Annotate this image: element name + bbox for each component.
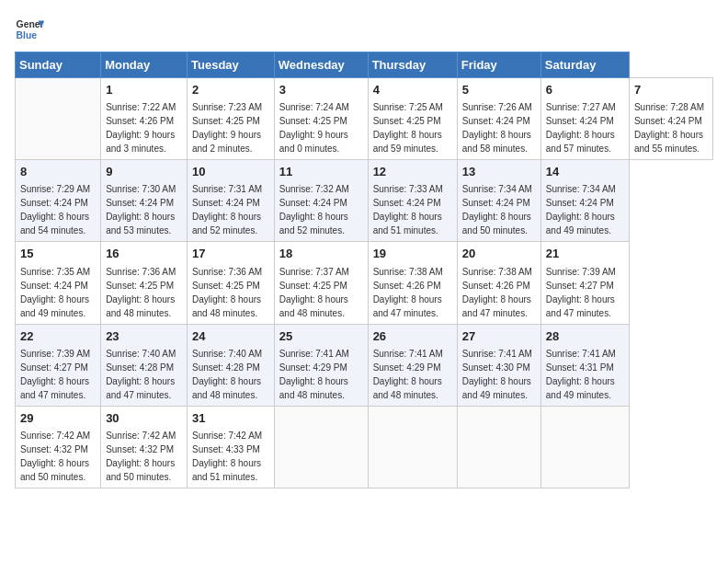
day-number: 13	[462, 164, 536, 180]
day-number: 9	[106, 164, 182, 180]
col-header-tuesday: Tuesday	[188, 52, 275, 78]
day-detail: Sunrise: 7:38 AM Sunset: 4:26 PM Dayligh…	[373, 267, 443, 318]
col-header-sunday: Sunday	[16, 52, 101, 78]
day-detail: Sunrise: 7:32 AM Sunset: 4:24 PM Dayligh…	[279, 184, 349, 236]
calendar-cell: 27Sunrise: 7:41 AM Sunset: 4:30 PM Dayli…	[457, 324, 540, 406]
calendar-cell: 4Sunrise: 7:25 AM Sunset: 4:25 PM Daylig…	[368, 78, 457, 160]
day-detail: Sunrise: 7:41 AM Sunset: 4:29 PM Dayligh…	[373, 349, 443, 400]
col-header-friday: Friday	[457, 52, 540, 78]
calendar-cell: 6Sunrise: 7:27 AM Sunset: 4:24 PM Daylig…	[540, 78, 629, 160]
col-header-wednesday: Wednesday	[274, 52, 368, 78]
day-number: 1	[106, 82, 182, 98]
calendar-cell: 28Sunrise: 7:41 AM Sunset: 4:31 PM Dayli…	[540, 324, 629, 406]
day-detail: Sunrise: 7:30 AM Sunset: 4:24 PM Dayligh…	[106, 184, 176, 236]
day-number: 5	[462, 82, 536, 98]
day-number: 27	[462, 328, 536, 345]
col-header-thursday: Thursday	[368, 52, 457, 78]
day-detail: Sunrise: 7:41 AM Sunset: 4:30 PM Dayligh…	[462, 349, 532, 400]
day-detail: Sunrise: 7:36 AM Sunset: 4:25 PM Dayligh…	[192, 267, 262, 318]
day-number: 20	[462, 246, 536, 262]
calendar-cell: 11Sunrise: 7:32 AM Sunset: 4:24 PM Dayli…	[274, 160, 368, 242]
calendar-cell: 17Sunrise: 7:36 AM Sunset: 4:25 PM Dayli…	[188, 242, 275, 324]
logo: General Blue	[15, 15, 44, 44]
day-detail: Sunrise: 7:37 AM Sunset: 4:25 PM Dayligh…	[279, 267, 349, 318]
calendar-cell: 23Sunrise: 7:40 AM Sunset: 4:28 PM Dayli…	[101, 324, 188, 406]
day-number: 11	[279, 164, 363, 180]
day-detail: Sunrise: 7:33 AM Sunset: 4:24 PM Dayligh…	[373, 184, 443, 236]
calendar-cell: 1Sunrise: 7:22 AM Sunset: 4:26 PM Daylig…	[101, 78, 188, 160]
day-detail: Sunrise: 7:40 AM Sunset: 4:28 PM Dayligh…	[106, 349, 176, 400]
day-number: 4	[373, 82, 452, 98]
day-detail: Sunrise: 7:40 AM Sunset: 4:28 PM Dayligh…	[192, 349, 262, 400]
day-number: 16	[106, 246, 182, 262]
day-detail: Sunrise: 7:31 AM Sunset: 4:24 PM Dayligh…	[192, 184, 262, 236]
day-detail: Sunrise: 7:25 AM Sunset: 4:25 PM Dayligh…	[373, 102, 443, 154]
calendar-cell: 31Sunrise: 7:42 AM Sunset: 4:33 PM Dayli…	[188, 406, 275, 488]
days-header-row: SundayMondayTuesdayWednesdayThursdayFrid…	[16, 52, 713, 78]
calendar-cell: 9Sunrise: 7:30 AM Sunset: 4:24 PM Daylig…	[101, 160, 188, 242]
calendar-cell	[274, 406, 368, 488]
day-detail: Sunrise: 7:41 AM Sunset: 4:31 PM Dayligh…	[546, 349, 616, 400]
calendar-cell: 20Sunrise: 7:38 AM Sunset: 4:26 PM Dayli…	[457, 242, 540, 324]
day-detail: Sunrise: 7:34 AM Sunset: 4:24 PM Dayligh…	[546, 184, 616, 236]
day-detail: Sunrise: 7:29 AM Sunset: 4:24 PM Dayligh…	[20, 184, 90, 236]
calendar-cell: 5Sunrise: 7:26 AM Sunset: 4:24 PM Daylig…	[457, 78, 540, 160]
day-number: 19	[373, 246, 452, 262]
day-number: 23	[106, 328, 182, 345]
day-detail: Sunrise: 7:27 AM Sunset: 4:24 PM Dayligh…	[546, 102, 616, 154]
calendar-cell: 16Sunrise: 7:36 AM Sunset: 4:25 PM Dayli…	[101, 242, 188, 324]
calendar-cell: 19Sunrise: 7:38 AM Sunset: 4:26 PM Dayli…	[368, 242, 457, 324]
day-number: 3	[279, 82, 363, 98]
day-detail: Sunrise: 7:26 AM Sunset: 4:24 PM Dayligh…	[462, 102, 532, 154]
empty-cell	[16, 78, 101, 160]
calendar-cell: 21Sunrise: 7:39 AM Sunset: 4:27 PM Dayli…	[540, 242, 629, 324]
day-number: 31	[192, 410, 269, 427]
day-number: 10	[192, 164, 269, 180]
day-number: 15	[20, 246, 96, 262]
calendar-cell: 12Sunrise: 7:33 AM Sunset: 4:24 PM Dayli…	[368, 160, 457, 242]
calendar-cell	[540, 406, 629, 488]
day-number: 14	[546, 164, 624, 180]
day-number: 7	[634, 82, 708, 98]
calendar-cell: 29Sunrise: 7:42 AM Sunset: 4:32 PM Dayli…	[16, 406, 101, 488]
day-detail: Sunrise: 7:28 AM Sunset: 4:24 PM Dayligh…	[634, 102, 704, 154]
day-detail: Sunrise: 7:23 AM Sunset: 4:25 PM Dayligh…	[192, 102, 262, 154]
day-detail: Sunrise: 7:42 AM Sunset: 4:32 PM Dayligh…	[20, 431, 90, 482]
day-number: 17	[192, 246, 269, 262]
day-number: 6	[546, 82, 624, 98]
day-number: 26	[373, 328, 452, 345]
svg-text:Blue: Blue	[17, 30, 38, 40]
calendar-cell: 30Sunrise: 7:42 AM Sunset: 4:32 PM Dayli…	[101, 406, 188, 488]
day-number: 24	[192, 328, 269, 345]
page-header: General Blue	[15, 15, 713, 44]
week-row-2: 8Sunrise: 7:29 AM Sunset: 4:24 PM Daylig…	[16, 160, 713, 242]
week-row-5: 29Sunrise: 7:42 AM Sunset: 4:32 PM Dayli…	[16, 406, 713, 488]
calendar-cell: 15Sunrise: 7:35 AM Sunset: 4:24 PM Dayli…	[16, 242, 101, 324]
day-detail: Sunrise: 7:34 AM Sunset: 4:24 PM Dayligh…	[462, 184, 532, 236]
col-header-saturday: Saturday	[540, 52, 629, 78]
calendar-cell: 3Sunrise: 7:24 AM Sunset: 4:25 PM Daylig…	[274, 78, 368, 160]
day-number: 25	[279, 328, 363, 345]
calendar-cell	[368, 406, 457, 488]
day-detail: Sunrise: 7:38 AM Sunset: 4:26 PM Dayligh…	[462, 267, 532, 318]
day-number: 12	[373, 164, 452, 180]
col-header-monday: Monday	[101, 52, 188, 78]
calendar-cell: 7Sunrise: 7:28 AM Sunset: 4:24 PM Daylig…	[629, 78, 712, 160]
week-row-1: 1Sunrise: 7:22 AM Sunset: 4:26 PM Daylig…	[16, 78, 713, 160]
day-detail: Sunrise: 7:36 AM Sunset: 4:25 PM Dayligh…	[106, 267, 176, 318]
day-detail: Sunrise: 7:22 AM Sunset: 4:26 PM Dayligh…	[106, 102, 176, 154]
day-detail: Sunrise: 7:42 AM Sunset: 4:33 PM Dayligh…	[192, 431, 262, 482]
day-detail: Sunrise: 7:35 AM Sunset: 4:24 PM Dayligh…	[20, 267, 90, 318]
day-number: 18	[279, 246, 363, 262]
day-number: 22	[20, 328, 96, 345]
logo-icon: General Blue	[15, 15, 44, 44]
calendar-cell: 10Sunrise: 7:31 AM Sunset: 4:24 PM Dayli…	[188, 160, 275, 242]
calendar-cell: 2Sunrise: 7:23 AM Sunset: 4:25 PM Daylig…	[188, 78, 275, 160]
calendar-cell: 8Sunrise: 7:29 AM Sunset: 4:24 PM Daylig…	[16, 160, 101, 242]
day-detail: Sunrise: 7:41 AM Sunset: 4:29 PM Dayligh…	[279, 349, 349, 400]
day-number: 28	[546, 328, 624, 345]
day-number: 2	[192, 82, 269, 98]
day-number: 8	[20, 164, 96, 180]
day-number: 30	[106, 410, 182, 427]
calendar-cell: 18Sunrise: 7:37 AM Sunset: 4:25 PM Dayli…	[274, 242, 368, 324]
